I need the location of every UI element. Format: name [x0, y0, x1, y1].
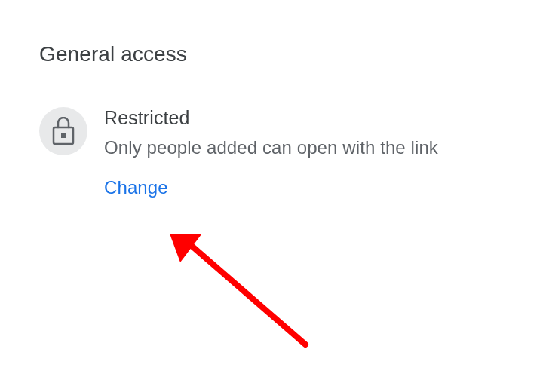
change-link[interactable]: Change	[104, 177, 168, 198]
lock-icon-container	[39, 107, 87, 155]
general-access-section: General access Restricted Only people ad…	[39, 42, 504, 198]
lock-icon	[52, 117, 75, 145]
access-level: Restricted	[104, 107, 438, 129]
access-details: Restricted Only people added can open wi…	[104, 107, 438, 198]
annotation-arrow	[162, 220, 328, 363]
access-description: Only people added can open with the link	[104, 135, 438, 161]
svg-marker-4	[170, 234, 201, 262]
svg-rect-1	[61, 133, 66, 138]
section-title: General access	[39, 42, 504, 66]
access-row: Restricted Only people added can open wi…	[39, 107, 504, 198]
svg-line-3	[186, 241, 305, 345]
